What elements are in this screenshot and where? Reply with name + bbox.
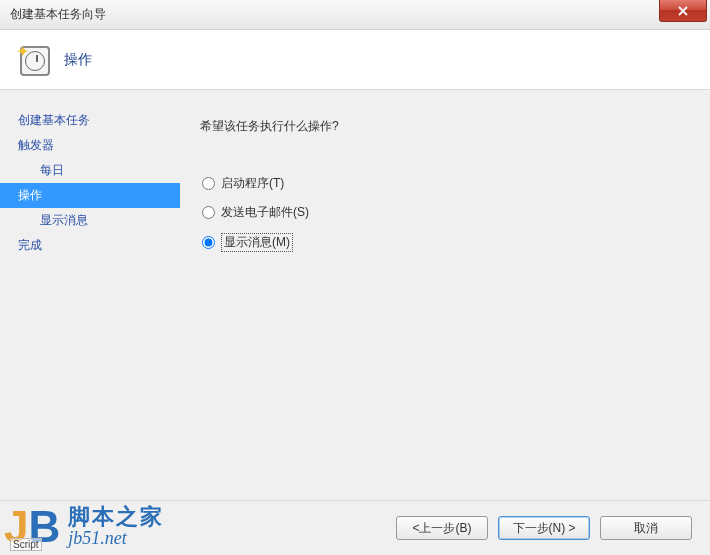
sidebar-item-action[interactable]: 操作 [0, 183, 180, 208]
wizard-sidebar: 创建基本任务 触发器 每日 操作 显示消息 完成 [0, 90, 180, 500]
cancel-button[interactable]: 取消 [600, 516, 692, 540]
next-button[interactable]: 下一步(N) > [498, 516, 590, 540]
close-icon [678, 6, 688, 16]
radio-row-send-email: 发送电子邮件(S) [202, 204, 690, 221]
wizard-window: 创建基本任务向导 ✦ 操作 创建基本任务 触发器 每日 操作 显示消息 完成 希… [0, 0, 710, 555]
radio-row-start-program: 启动程序(T) [202, 175, 690, 192]
sidebar-item-daily[interactable]: 每日 [0, 158, 180, 183]
radio-send-email[interactable] [202, 206, 215, 219]
titlebar: 创建基本任务向导 [0, 0, 710, 30]
wizard-footer: <上一步(B) 下一步(N) > 取消 [0, 500, 710, 555]
close-button[interactable] [659, 0, 707, 22]
watermark-script-label: Script [10, 538, 42, 551]
radio-show-message[interactable] [202, 236, 215, 249]
window-title: 创建基本任务向导 [10, 6, 106, 23]
sidebar-item-create-task[interactable]: 创建基本任务 [0, 108, 180, 133]
wizard-body: 创建基本任务 触发器 每日 操作 显示消息 完成 希望该任务执行什么操作? 启动… [0, 90, 710, 500]
sidebar-item-finish[interactable]: 完成 [0, 233, 180, 258]
sidebar-item-trigger[interactable]: 触发器 [0, 133, 180, 158]
radio-row-show-message: 显示消息(M) [202, 233, 690, 252]
action-prompt: 希望该任务执行什么操作? [200, 118, 690, 135]
radio-label-send-email[interactable]: 发送电子邮件(S) [221, 204, 309, 221]
wizard-header: ✦ 操作 [0, 30, 710, 90]
task-clock-icon: ✦ [18, 44, 50, 76]
radio-label-start-program[interactable]: 启动程序(T) [221, 175, 284, 192]
back-button[interactable]: <上一步(B) [396, 516, 488, 540]
action-radio-group: 启动程序(T) 发送电子邮件(S) 显示消息(M) [202, 175, 690, 252]
radio-label-show-message[interactable]: 显示消息(M) [221, 233, 293, 252]
radio-start-program[interactable] [202, 177, 215, 190]
sidebar-item-show-message[interactable]: 显示消息 [0, 208, 180, 233]
page-title: 操作 [64, 51, 92, 69]
wizard-content: 希望该任务执行什么操作? 启动程序(T) 发送电子邮件(S) 显示消息(M) [180, 90, 710, 500]
